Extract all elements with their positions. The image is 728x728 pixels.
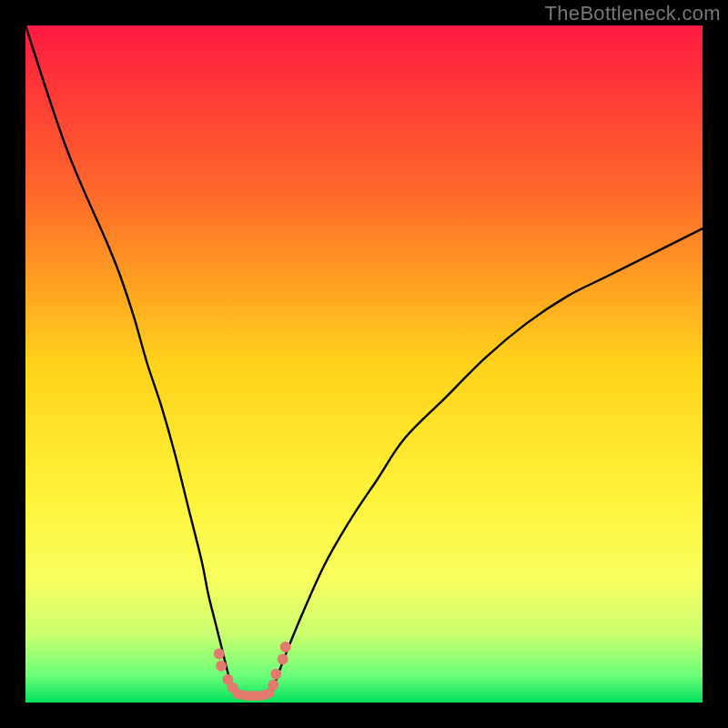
plot-area xyxy=(25,25,703,703)
marker-markers-right xyxy=(280,642,291,652)
watermark-text: TheBottleneck.com xyxy=(545,2,721,25)
gradient-background xyxy=(25,25,703,703)
chart-svg xyxy=(25,25,703,703)
marker-markers-right xyxy=(270,669,281,680)
marker-markers-right xyxy=(278,653,288,664)
marker-markers-left xyxy=(214,648,225,659)
chart-frame: TheBottleneck.com xyxy=(0,0,728,728)
marker-valley-dots xyxy=(264,688,274,698)
marker-markers-left xyxy=(216,661,227,672)
